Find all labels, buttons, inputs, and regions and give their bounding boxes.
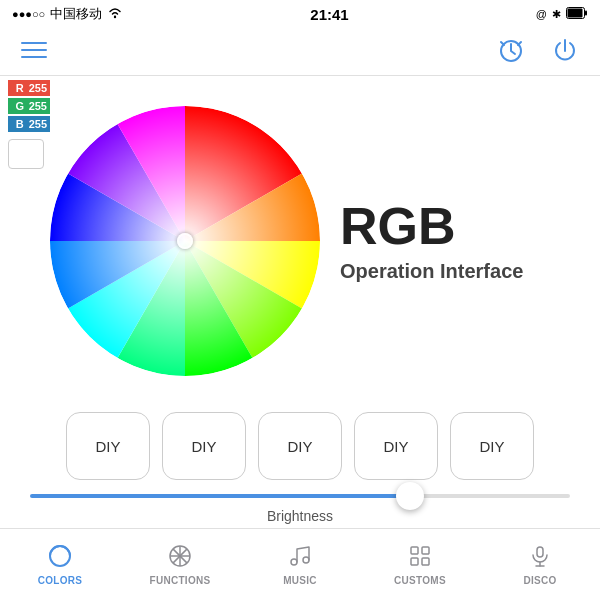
color-wheel[interactable] (50, 106, 320, 376)
brightness-label: Brightness (267, 508, 333, 524)
wheel-cursor (177, 233, 193, 249)
svg-rect-3 (585, 10, 587, 15)
signal-dots: ●●●○○ (12, 8, 45, 20)
time-display: 21:41 (310, 6, 348, 23)
functions-icon (168, 544, 192, 572)
tab-music[interactable]: MUSIC (240, 529, 360, 600)
colors-icon (48, 544, 72, 572)
battery-icon (566, 7, 588, 22)
rgb-text-area: RGB Operation Interface (340, 200, 600, 283)
tab-colors-label: COLORS (38, 575, 83, 586)
tab-disco[interactable]: DISCO (480, 529, 600, 600)
diy-button-5[interactable]: DIY (450, 412, 534, 480)
svg-rect-20 (422, 547, 429, 554)
white-swatch (8, 139, 44, 169)
diy-row: DIY DIY DIY DIY DIY (0, 396, 600, 488)
tab-customs[interactable]: CUSTOMS (360, 529, 480, 600)
status-left: ●●●○○ 中国移动 (12, 5, 123, 23)
diy-button-1[interactable]: DIY (66, 412, 150, 480)
wifi-icon (107, 6, 123, 22)
rgb-indicators: R 255 G 255 B 255 (8, 80, 50, 169)
svg-rect-22 (422, 558, 429, 565)
svg-point-0 (114, 16, 116, 18)
brightness-thumb[interactable] (396, 482, 424, 510)
brightness-slider[interactable] (30, 494, 570, 498)
diy-button-3[interactable]: DIY (258, 412, 342, 480)
status-right: @ ✱ (536, 7, 588, 22)
carrier-label: 中国移动 (50, 5, 102, 23)
tab-music-label: MUSIC (283, 575, 317, 586)
svg-point-18 (303, 557, 309, 563)
tab-functions[interactable]: FUNCTIONS (120, 529, 240, 600)
svg-rect-2 (568, 8, 583, 17)
svg-rect-23 (537, 547, 543, 557)
rgb-title: RGB (340, 200, 600, 252)
status-bar: ●●●○○ 中国移动 21:41 @ ✱ (0, 0, 600, 28)
diy-button-4[interactable]: DIY (354, 412, 438, 480)
svg-rect-19 (411, 547, 418, 554)
menu-icon[interactable] (20, 39, 48, 65)
tab-disco-label: DISCO (523, 575, 556, 586)
svg-rect-21 (411, 558, 418, 565)
at-icon: @ (536, 8, 547, 20)
rgb-subtitle: Operation Interface (340, 260, 600, 283)
tab-bar: COLORS FUNCTIONS MUSIC (0, 528, 600, 600)
main-content: RGB Operation Interface (0, 76, 600, 396)
red-indicator: R 255 (8, 80, 50, 96)
green-indicator: G 255 (8, 98, 50, 114)
tab-customs-label: CUSTOMS (394, 575, 446, 586)
svg-point-17 (291, 559, 297, 565)
tab-functions-label: FUNCTIONS (149, 575, 210, 586)
diy-button-2[interactable]: DIY (162, 412, 246, 480)
music-icon (288, 544, 312, 572)
alarm-icon[interactable] (496, 35, 526, 69)
tab-colors[interactable]: COLORS (0, 529, 120, 600)
customs-icon (408, 544, 432, 572)
bluetooth-icon: ✱ (552, 8, 561, 21)
blue-indicator: B 255 (8, 116, 50, 132)
power-icon[interactable] (550, 35, 580, 69)
nav-bar (0, 28, 600, 76)
disco-icon (528, 544, 552, 572)
color-wheel-container[interactable] (50, 106, 320, 376)
